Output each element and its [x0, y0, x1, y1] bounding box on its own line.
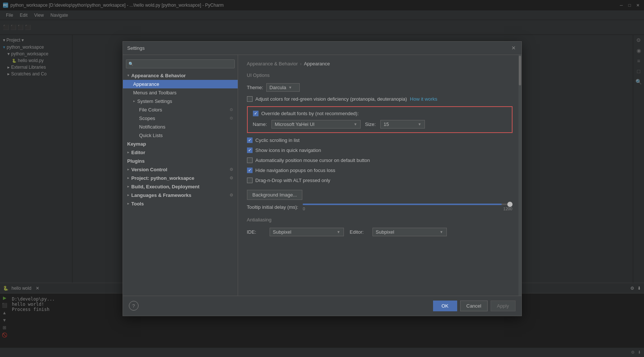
slider-max-label: 1200	[503, 207, 512, 211]
nav-languages-icon: ⚙	[230, 193, 233, 198]
cyclic-scroll-row: Cyclic scrolling in list	[247, 137, 513, 143]
nav-menus-toolbars[interactable]: Menus and Toolbars	[123, 88, 238, 97]
bg-image-button[interactable]: Background Image...	[247, 190, 303, 200]
nav-version-control-label: Version Control	[131, 167, 167, 172]
dialog-footer: ? OK Cancel Apply	[123, 296, 521, 316]
font-size-arrow: ▼	[418, 122, 422, 126]
settings-search-wrap: 🔍	[126, 59, 235, 68]
nav-notifications-label: Notifications	[139, 124, 166, 130]
slider-thumb[interactable]	[507, 202, 513, 207]
how-it-works-link[interactable]: How it works	[410, 96, 438, 102]
nav-project-icon: ⚙	[230, 176, 233, 181]
ok-button[interactable]: OK	[433, 301, 457, 311]
tooltip-label: Tooltip initial delay (ms):	[247, 204, 299, 210]
dialog-close-button[interactable]: ✕	[510, 45, 517, 51]
nav-scopes[interactable]: Scopes ⚙	[123, 114, 238, 123]
hide-navigation-checkbox[interactable]	[247, 168, 253, 173]
editor-aa-value: Subpixel	[376, 229, 394, 235]
nav-system-settings[interactable]: ▸ System Settings	[123, 97, 238, 106]
ui-options-title: UI Options	[247, 72, 513, 78]
nav-plugins[interactable]: Plugins	[123, 157, 238, 165]
auto-position-label: Automatically position mouse cursor on d…	[256, 158, 370, 163]
scrollbar-thumb[interactable]	[519, 56, 521, 85]
adjust-colors-checkbox[interactable]	[247, 96, 253, 102]
dialog-title: Settings	[127, 45, 145, 51]
nav-notifications[interactable]: Notifications	[123, 123, 238, 131]
ide-aa-label: IDE:	[247, 229, 264, 235]
nav-editor[interactable]: ▸ Editor	[123, 148, 238, 157]
cyclic-scroll-label: Cyclic scrolling in list	[256, 137, 300, 143]
nav-quick-lists[interactable]: Quick Lists	[123, 131, 238, 140]
nav-quick-lists-label: Quick Lists	[139, 133, 163, 138]
settings-search-icon: 🔍	[129, 61, 134, 66]
adjust-colors-label: Adjust colors for red-green vision defic…	[256, 96, 407, 102]
tooltip-slider: 0 1200	[303, 204, 512, 211]
nav-file-colors[interactable]: File Colors ⚙	[123, 106, 238, 114]
settings-nav: 🔍 ▾ Appearance & Behavior Appearance Men…	[123, 55, 238, 296]
show-icons-row: Show icons in quick navigation	[247, 147, 513, 153]
ide-aa-dropdown[interactable]: Subpixel ▼	[270, 228, 344, 236]
nav-plugins-label: Plugins	[127, 158, 145, 164]
font-name-arrow: ▼	[354, 122, 357, 126]
font-name-dropdown[interactable]: Microsoft YaHei UI ▼	[271, 120, 361, 129]
font-name-label: Name:	[253, 121, 267, 127]
show-icons-label: Show icons in quick navigation	[256, 147, 321, 153]
nav-file-colors-label: File Colors	[139, 107, 162, 113]
font-size-value: 15	[384, 121, 389, 127]
show-icons-checkbox[interactable]	[247, 147, 253, 153]
nav-system-settings-label: System Settings	[137, 98, 172, 104]
slider-track[interactable]	[303, 204, 512, 205]
theme-dropdown-arrow: ▼	[288, 85, 292, 90]
override-label: Override default fonts by (not recommend…	[261, 111, 359, 116]
auto-position-checkbox[interactable]	[247, 158, 253, 163]
cancel-button[interactable]: Cancel	[460, 301, 488, 311]
dialog-titlebar: Settings ✕	[123, 42, 521, 55]
nav-tools[interactable]: ▸ Tools	[123, 199, 238, 208]
font-size-dropdown[interactable]: 15 ▼	[380, 120, 425, 129]
hide-navigation-row: Hide navigation popups on focus loss	[247, 168, 513, 173]
settings-search-input[interactable]	[126, 59, 235, 68]
editor-aa-arrow: ▼	[440, 230, 443, 234]
override-checkbox[interactable]	[253, 111, 258, 116]
nav-languages-label: Languages & Frameworks	[131, 192, 192, 198]
editor-aa-dropdown[interactable]: Subpixel ▼	[373, 228, 447, 236]
nav-appearance[interactable]: Appearance	[123, 80, 238, 88]
nav-menus-toolbars-label: Menus and Toolbars	[133, 90, 177, 95]
dialog-body: 🔍 ▾ Appearance & Behavior Appearance Men…	[123, 55, 521, 296]
theme-row: Theme: Darcula ▼	[247, 83, 513, 92]
nav-appearance-behavior[interactable]: ▾ Appearance & Behavior	[123, 71, 238, 80]
nav-build[interactable]: ▸ Build, Execution, Deployment	[123, 182, 238, 191]
breadcrumb: Appearance & Behavior › Appearance	[247, 61, 513, 66]
nav-editor-label: Editor	[131, 150, 146, 155]
bg-image-row: Background Image...	[247, 188, 513, 200]
nav-vc-icon: ⚙	[230, 167, 233, 172]
modal-overlay: Settings ✕ 🔍 ▾ Appearance & Behavior App…	[0, 0, 644, 357]
drag-drop-label: Drag-n-Drop with ALT pressed only	[256, 178, 331, 183]
nav-scopes-label: Scopes	[139, 116, 155, 121]
nav-languages[interactable]: ▸ Languages & Frameworks ⚙	[123, 191, 238, 199]
cyclic-scroll-checkbox[interactable]	[247, 137, 253, 143]
breadcrumb-parent: Appearance & Behavior	[247, 61, 298, 66]
nav-tools-label: Tools	[131, 201, 144, 207]
breadcrumb-separator: ›	[300, 61, 302, 66]
font-size-label: Size:	[365, 121, 376, 127]
content-scrollbar[interactable]	[518, 55, 521, 296]
nav-version-control[interactable]: ▸ Version Control ⚙	[123, 165, 238, 174]
antialiasing-row: IDE: Subpixel ▼ Editor: Subpixel ▼	[247, 228, 513, 236]
nav-keymap[interactable]: Keymap	[123, 140, 238, 148]
nav-project[interactable]: ▸ Project: python_worksapce ⚙	[123, 174, 238, 182]
nav-expand-icon: ▾	[127, 74, 129, 77]
nav-scopes-icon: ⚙	[230, 116, 233, 121]
drag-drop-row: Drag-n-Drop with ALT pressed only	[247, 178, 513, 183]
ide-aa-arrow: ▼	[337, 230, 341, 234]
drag-drop-checkbox[interactable]	[247, 178, 253, 183]
nav-vc-expand-icon: ▸	[127, 168, 129, 171]
adjust-colors-row: Adjust colors for red-green vision defic…	[247, 96, 513, 102]
help-button[interactable]: ?	[129, 301, 139, 311]
nav-languages-expand-icon: ▸	[127, 193, 129, 197]
theme-dropdown[interactable]: Darcula ▼	[266, 83, 300, 92]
nav-system-expand-icon: ▸	[133, 99, 135, 103]
antialiasing-section: Antialiasing IDE: Subpixel ▼ Editor: Sub…	[247, 217, 513, 236]
tooltip-section: Tooltip initial delay (ms): 0 1200	[247, 204, 513, 211]
apply-button[interactable]: Apply	[491, 301, 515, 311]
